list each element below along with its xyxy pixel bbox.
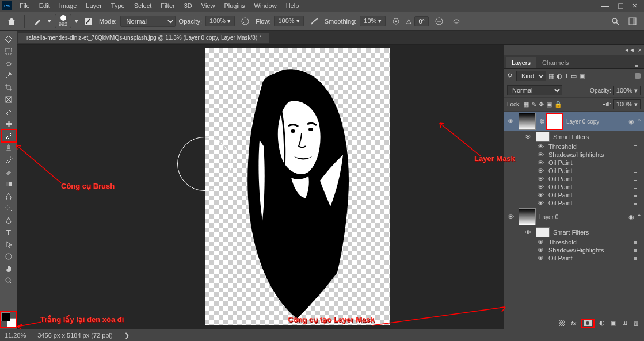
zoom-tool[interactable] bbox=[2, 275, 16, 286]
brush-settings-icon[interactable] bbox=[82, 14, 96, 28]
filter-item[interactable]: 👁Oil Paint≡ bbox=[504, 167, 644, 175]
filter-item[interactable]: 👁Shadows/Highlights≡ bbox=[504, 151, 644, 159]
layer-row[interactable]: 👁 ⛓ Layer 0 copy ◉ ⌃ bbox=[504, 112, 644, 131]
crop-tool[interactable] bbox=[2, 82, 16, 93]
filter-item[interactable]: 👁Oil Paint≡ bbox=[504, 175, 644, 183]
marquee-tool[interactable] bbox=[2, 45, 16, 57]
pressure-opacity-icon[interactable] bbox=[238, 14, 252, 28]
layer-style-icon[interactable]: fx bbox=[571, 320, 576, 327]
filter-options-icon[interactable]: ≡ bbox=[634, 151, 642, 158]
layer-row[interactable]: 👁 Layer 0 ◉ ⌃ bbox=[504, 207, 644, 227]
filter-item[interactable]: 👁Threshold≡ bbox=[504, 143, 644, 151]
filter-pixel-icon[interactable]: ▦ bbox=[548, 72, 554, 80]
move-tool[interactable] bbox=[2, 33, 16, 45]
frame-tool[interactable] bbox=[2, 94, 16, 105]
filter-options-icon[interactable]: ≡ bbox=[634, 239, 642, 246]
menu-window[interactable]: Window bbox=[250, 0, 281, 12]
panel-menu-icon[interactable]: ≡ bbox=[631, 62, 642, 68]
search-icon[interactable] bbox=[608, 14, 622, 28]
smart-filters-row[interactable]: 👁 Smart Filters bbox=[504, 131, 644, 143]
filter-item[interactable]: 👁Oil Paint≡ bbox=[504, 191, 644, 199]
visibility-toggle[interactable]: 👁 bbox=[536, 255, 545, 262]
visibility-toggle[interactable]: 👁 bbox=[536, 200, 545, 206]
filter-options-icon[interactable]: ≡ bbox=[634, 175, 642, 182]
filter-options-icon[interactable]: ≡ bbox=[634, 167, 642, 174]
menu-plugins[interactable]: Plugins bbox=[219, 0, 249, 12]
brush-preset-picker[interactable]: 992 bbox=[55, 14, 71, 28]
menu-image[interactable]: Image bbox=[55, 0, 82, 12]
filter-options-icon[interactable]: ≡ bbox=[634, 200, 642, 206]
menu-filter[interactable]: Filter bbox=[156, 0, 179, 12]
layer-blend-mode[interactable]: Normal bbox=[507, 85, 562, 95]
visibility-toggle[interactable]: 👁 bbox=[523, 133, 532, 140]
pressure-size-icon[interactable] bbox=[432, 14, 446, 28]
visibility-toggle[interactable]: 👁 bbox=[536, 175, 545, 182]
lock-transparent-icon[interactable]: ▦ bbox=[523, 101, 529, 108]
filter-item[interactable]: 👁Shadows/Highlights≡ bbox=[504, 246, 644, 254]
link-layers-icon[interactable]: ⛓ bbox=[559, 320, 565, 327]
filter-type-icon[interactable]: T bbox=[565, 72, 569, 79]
filter-options-icon[interactable]: ≡ bbox=[634, 255, 642, 262]
wand-tool[interactable] bbox=[2, 70, 16, 81]
layer-thumbnail[interactable] bbox=[519, 208, 536, 225]
filter-adjust-icon[interactable]: ◐ bbox=[557, 72, 562, 80]
filter-item[interactable]: 👁Threshold≡ bbox=[504, 238, 644, 246]
lock-all-icon[interactable]: 🔒 bbox=[554, 101, 562, 108]
visibility-toggle[interactable]: 👁 bbox=[536, 151, 545, 158]
filter-mask-thumb[interactable] bbox=[536, 132, 550, 142]
lock-position-icon[interactable]: ✥ bbox=[539, 101, 544, 108]
maximize-button[interactable]: □ bbox=[613, 1, 627, 10]
close-button[interactable]: × bbox=[628, 1, 642, 10]
brush-tool[interactable] bbox=[2, 130, 16, 141]
home-button[interactable] bbox=[5, 14, 18, 28]
visibility-toggle[interactable]: 👁 bbox=[536, 167, 545, 174]
pen-tool[interactable] bbox=[2, 214, 16, 226]
group-icon[interactable]: ▣ bbox=[611, 319, 616, 327]
panel-close-icon[interactable]: × bbox=[638, 47, 642, 53]
edit-toolbar[interactable]: ⋯ bbox=[2, 290, 16, 302]
tool-preset-icon[interactable] bbox=[31, 14, 44, 28]
airbrush-icon[interactable] bbox=[307, 14, 321, 28]
filter-item[interactable]: 👁Oil Paint≡ bbox=[504, 254, 644, 262]
opacity-value[interactable]: 100% ▾ bbox=[205, 16, 235, 26]
menu-help[interactable]: Help bbox=[281, 0, 304, 12]
artboard[interactable] bbox=[205, 48, 390, 325]
lasso-tool[interactable] bbox=[2, 58, 16, 69]
filter-item[interactable]: 👁Oil Paint≡ bbox=[504, 183, 644, 191]
channels-tab[interactable]: Channels bbox=[536, 57, 574, 68]
dodge-tool[interactable] bbox=[2, 202, 16, 214]
symmetry-icon[interactable] bbox=[449, 14, 463, 28]
visibility-toggle[interactable]: 👁 bbox=[536, 247, 545, 254]
smart-filters-row[interactable]: 👁 Smart Filters bbox=[504, 227, 644, 238]
smoothing-value[interactable]: 10% ▾ bbox=[360, 16, 386, 26]
visibility-toggle[interactable]: 👁 bbox=[536, 143, 545, 150]
adjustment-layer-icon[interactable]: ◐ bbox=[599, 319, 605, 327]
eyedropper-tool[interactable] bbox=[2, 106, 16, 117]
menu-file[interactable]: File bbox=[15, 0, 35, 12]
visibility-toggle[interactable]: 👁 bbox=[506, 118, 515, 125]
visibility-toggle[interactable]: 👁 bbox=[536, 159, 545, 166]
stamp-tool[interactable] bbox=[2, 142, 16, 154]
layer-name[interactable]: Layer 0 bbox=[539, 214, 625, 220]
layer-thumbnail[interactable] bbox=[519, 113, 536, 130]
add-mask-button[interactable] bbox=[582, 320, 593, 327]
new-layer-icon[interactable]: ⊞ bbox=[622, 319, 627, 327]
layer-opacity-value[interactable]: 100% ▾ bbox=[613, 86, 641, 95]
smoothing-options-icon[interactable] bbox=[389, 14, 403, 28]
type-tool[interactable]: T bbox=[2, 227, 16, 238]
document-tab[interactable]: rafaella-mendes-diniz-et_78QkMMQs-unspla… bbox=[18, 33, 269, 43]
path-select-tool[interactable] bbox=[2, 239, 16, 250]
blend-mode-select[interactable]: Normal bbox=[120, 16, 176, 27]
gradient-tool[interactable] bbox=[2, 178, 16, 190]
filter-toggle[interactable] bbox=[635, 73, 641, 79]
menu-select[interactable]: Select bbox=[129, 0, 157, 12]
layer-name[interactable]: Layer 0 copy bbox=[566, 118, 625, 125]
visibility-toggle[interactable]: 👁 bbox=[536, 183, 545, 190]
filter-options-icon[interactable]: ≡ bbox=[634, 191, 642, 198]
zoom-level[interactable]: 11.28% bbox=[5, 332, 26, 339]
hand-tool[interactable] bbox=[2, 263, 16, 274]
foreground-color[interactable] bbox=[1, 312, 10, 321]
fill-value[interactable]: 100% ▾ bbox=[613, 99, 641, 109]
collapse-icon[interactable]: ◄◄ bbox=[624, 47, 635, 53]
filter-options-icon[interactable]: ≡ bbox=[634, 247, 642, 254]
